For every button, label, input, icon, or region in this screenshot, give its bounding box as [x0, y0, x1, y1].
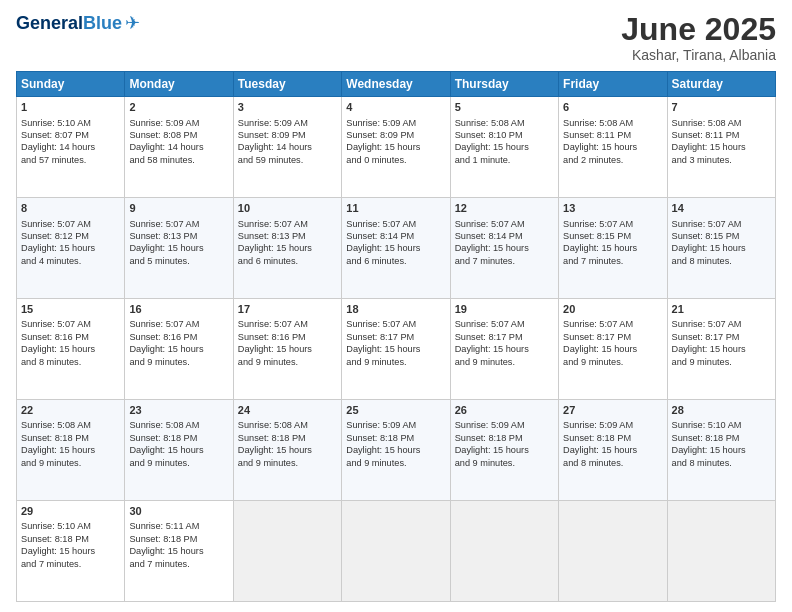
day-number: 7 — [672, 100, 771, 115]
calendar-cell: 11Sunrise: 5:07 AM Sunset: 8:14 PM Dayli… — [342, 198, 450, 299]
calendar-header-tuesday: Tuesday — [233, 72, 341, 97]
day-info: Sunrise: 5:07 AM Sunset: 8:15 PM Dayligh… — [672, 218, 771, 268]
day-number: 20 — [563, 302, 662, 317]
day-number: 28 — [672, 403, 771, 418]
calendar-cell: 22Sunrise: 5:08 AM Sunset: 8:18 PM Dayli… — [17, 400, 125, 501]
day-info: Sunrise: 5:09 AM Sunset: 8:09 PM Dayligh… — [238, 117, 337, 167]
day-number: 21 — [672, 302, 771, 317]
day-info: Sunrise: 5:08 AM Sunset: 8:18 PM Dayligh… — [21, 419, 120, 469]
calendar-cell: 20Sunrise: 5:07 AM Sunset: 8:17 PM Dayli… — [559, 299, 667, 400]
calendar-cell: 7Sunrise: 5:08 AM Sunset: 8:11 PM Daylig… — [667, 97, 775, 198]
calendar-cell: 23Sunrise: 5:08 AM Sunset: 8:18 PM Dayli… — [125, 400, 233, 501]
calendar-cell: 13Sunrise: 5:07 AM Sunset: 8:15 PM Dayli… — [559, 198, 667, 299]
day-number: 16 — [129, 302, 228, 317]
calendar-cell: 25Sunrise: 5:09 AM Sunset: 8:18 PM Dayli… — [342, 400, 450, 501]
calendar-cell: 15Sunrise: 5:07 AM Sunset: 8:16 PM Dayli… — [17, 299, 125, 400]
day-info: Sunrise: 5:07 AM Sunset: 8:16 PM Dayligh… — [238, 318, 337, 368]
calendar-week-row: 15Sunrise: 5:07 AM Sunset: 8:16 PM Dayli… — [17, 299, 776, 400]
header: GeneralBlue ✈ June 2025 Kashar, Tirana, … — [16, 12, 776, 63]
day-info: Sunrise: 5:10 AM Sunset: 8:18 PM Dayligh… — [672, 419, 771, 469]
calendar-cell: 21Sunrise: 5:07 AM Sunset: 8:17 PM Dayli… — [667, 299, 775, 400]
day-info: Sunrise: 5:07 AM Sunset: 8:17 PM Dayligh… — [346, 318, 445, 368]
day-info: Sunrise: 5:07 AM Sunset: 8:13 PM Dayligh… — [238, 218, 337, 268]
calendar-cell: 29Sunrise: 5:10 AM Sunset: 8:18 PM Dayli… — [17, 501, 125, 602]
day-number: 2 — [129, 100, 228, 115]
day-number: 27 — [563, 403, 662, 418]
day-number: 30 — [129, 504, 228, 519]
calendar-cell: 16Sunrise: 5:07 AM Sunset: 8:16 PM Dayli… — [125, 299, 233, 400]
day-number: 23 — [129, 403, 228, 418]
calendar-cell: 10Sunrise: 5:07 AM Sunset: 8:13 PM Dayli… — [233, 198, 341, 299]
calendar-week-row: 29Sunrise: 5:10 AM Sunset: 8:18 PM Dayli… — [17, 501, 776, 602]
calendar-week-row: 22Sunrise: 5:08 AM Sunset: 8:18 PM Dayli… — [17, 400, 776, 501]
calendar-cell: 2Sunrise: 5:09 AM Sunset: 8:08 PM Daylig… — [125, 97, 233, 198]
calendar-cell: 9Sunrise: 5:07 AM Sunset: 8:13 PM Daylig… — [125, 198, 233, 299]
location: Kashar, Tirana, Albania — [621, 47, 776, 63]
day-number: 1 — [21, 100, 120, 115]
day-info: Sunrise: 5:07 AM Sunset: 8:14 PM Dayligh… — [346, 218, 445, 268]
day-info: Sunrise: 5:08 AM Sunset: 8:18 PM Dayligh… — [129, 419, 228, 469]
day-number: 9 — [129, 201, 228, 216]
title-block: June 2025 Kashar, Tirana, Albania — [621, 12, 776, 63]
day-info: Sunrise: 5:07 AM Sunset: 8:16 PM Dayligh… — [21, 318, 120, 368]
calendar-cell: 28Sunrise: 5:10 AM Sunset: 8:18 PM Dayli… — [667, 400, 775, 501]
day-info: Sunrise: 5:10 AM Sunset: 8:18 PM Dayligh… — [21, 520, 120, 570]
day-info: Sunrise: 5:08 AM Sunset: 8:18 PM Dayligh… — [238, 419, 337, 469]
day-info: Sunrise: 5:08 AM Sunset: 8:11 PM Dayligh… — [672, 117, 771, 167]
calendar-header-row: SundayMondayTuesdayWednesdayThursdayFrid… — [17, 72, 776, 97]
calendar-header-saturday: Saturday — [667, 72, 775, 97]
calendar-header-monday: Monday — [125, 72, 233, 97]
day-number: 17 — [238, 302, 337, 317]
day-number: 3 — [238, 100, 337, 115]
calendar-header-wednesday: Wednesday — [342, 72, 450, 97]
day-number: 13 — [563, 201, 662, 216]
calendar-cell: 17Sunrise: 5:07 AM Sunset: 8:16 PM Dayli… — [233, 299, 341, 400]
logo-text: GeneralBlue — [16, 14, 122, 32]
calendar-cell: 8Sunrise: 5:07 AM Sunset: 8:12 PM Daylig… — [17, 198, 125, 299]
day-info: Sunrise: 5:08 AM Sunset: 8:11 PM Dayligh… — [563, 117, 662, 167]
day-info: Sunrise: 5:09 AM Sunset: 8:08 PM Dayligh… — [129, 117, 228, 167]
calendar-cell: 3Sunrise: 5:09 AM Sunset: 8:09 PM Daylig… — [233, 97, 341, 198]
calendar-cell: 26Sunrise: 5:09 AM Sunset: 8:18 PM Dayli… — [450, 400, 558, 501]
logo-blue: Blue — [83, 13, 122, 33]
calendar-cell — [450, 501, 558, 602]
day-number: 10 — [238, 201, 337, 216]
day-number: 22 — [21, 403, 120, 418]
logo: GeneralBlue ✈ — [16, 12, 140, 34]
day-info: Sunrise: 5:07 AM Sunset: 8:12 PM Dayligh… — [21, 218, 120, 268]
day-number: 15 — [21, 302, 120, 317]
day-info: Sunrise: 5:09 AM Sunset: 8:18 PM Dayligh… — [455, 419, 554, 469]
day-number: 26 — [455, 403, 554, 418]
day-info: Sunrise: 5:08 AM Sunset: 8:10 PM Dayligh… — [455, 117, 554, 167]
calendar-cell: 24Sunrise: 5:08 AM Sunset: 8:18 PM Dayli… — [233, 400, 341, 501]
day-number: 11 — [346, 201, 445, 216]
day-info: Sunrise: 5:09 AM Sunset: 8:18 PM Dayligh… — [346, 419, 445, 469]
calendar-week-row: 8Sunrise: 5:07 AM Sunset: 8:12 PM Daylig… — [17, 198, 776, 299]
calendar-cell — [342, 501, 450, 602]
day-info: Sunrise: 5:11 AM Sunset: 8:18 PM Dayligh… — [129, 520, 228, 570]
calendar-cell: 30Sunrise: 5:11 AM Sunset: 8:18 PM Dayli… — [125, 501, 233, 602]
calendar-header-thursday: Thursday — [450, 72, 558, 97]
day-info: Sunrise: 5:07 AM Sunset: 8:17 PM Dayligh… — [672, 318, 771, 368]
calendar-cell: 14Sunrise: 5:07 AM Sunset: 8:15 PM Dayli… — [667, 198, 775, 299]
day-number: 29 — [21, 504, 120, 519]
day-number: 18 — [346, 302, 445, 317]
day-info: Sunrise: 5:07 AM Sunset: 8:16 PM Dayligh… — [129, 318, 228, 368]
day-info: Sunrise: 5:09 AM Sunset: 8:18 PM Dayligh… — [563, 419, 662, 469]
day-number: 4 — [346, 100, 445, 115]
calendar-cell — [667, 501, 775, 602]
logo-bird-icon: ✈ — [125, 12, 140, 34]
day-number: 12 — [455, 201, 554, 216]
calendar-cell: 4Sunrise: 5:09 AM Sunset: 8:09 PM Daylig… — [342, 97, 450, 198]
day-info: Sunrise: 5:10 AM Sunset: 8:07 PM Dayligh… — [21, 117, 120, 167]
day-info: Sunrise: 5:07 AM Sunset: 8:17 PM Dayligh… — [563, 318, 662, 368]
calendar-cell: 1Sunrise: 5:10 AM Sunset: 8:07 PM Daylig… — [17, 97, 125, 198]
calendar-cell — [559, 501, 667, 602]
page: GeneralBlue ✈ June 2025 Kashar, Tirana, … — [0, 0, 792, 612]
calendar-week-row: 1Sunrise: 5:10 AM Sunset: 8:07 PM Daylig… — [17, 97, 776, 198]
day-number: 24 — [238, 403, 337, 418]
calendar-table: SundayMondayTuesdayWednesdayThursdayFrid… — [16, 71, 776, 602]
calendar-cell: 19Sunrise: 5:07 AM Sunset: 8:17 PM Dayli… — [450, 299, 558, 400]
calendar-cell: 27Sunrise: 5:09 AM Sunset: 8:18 PM Dayli… — [559, 400, 667, 501]
day-number: 19 — [455, 302, 554, 317]
